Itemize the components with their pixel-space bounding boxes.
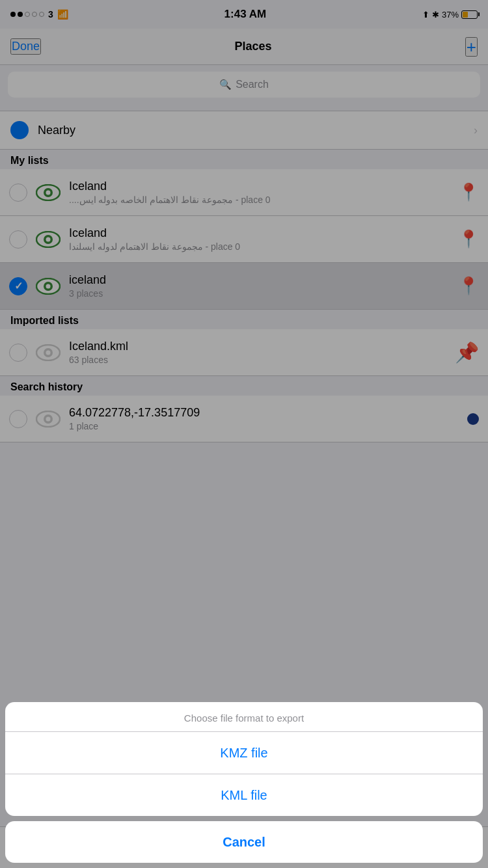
action-sheet-cancel: Cancel	[5, 821, 483, 863]
modal-overlay: Choose file format to export KMZ file KM…	[0, 0, 488, 868]
cancel-button[interactable]: Cancel	[5, 821, 483, 863]
action-sheet: Choose file format to export KMZ file KM…	[0, 702, 488, 868]
action-sheet-main: Choose file format to export KMZ file KM…	[5, 702, 483, 816]
kmz-file-button[interactable]: KMZ file	[5, 732, 483, 774]
action-sheet-title: Choose file format to export	[5, 702, 483, 731]
kml-file-button[interactable]: KML file	[5, 774, 483, 816]
